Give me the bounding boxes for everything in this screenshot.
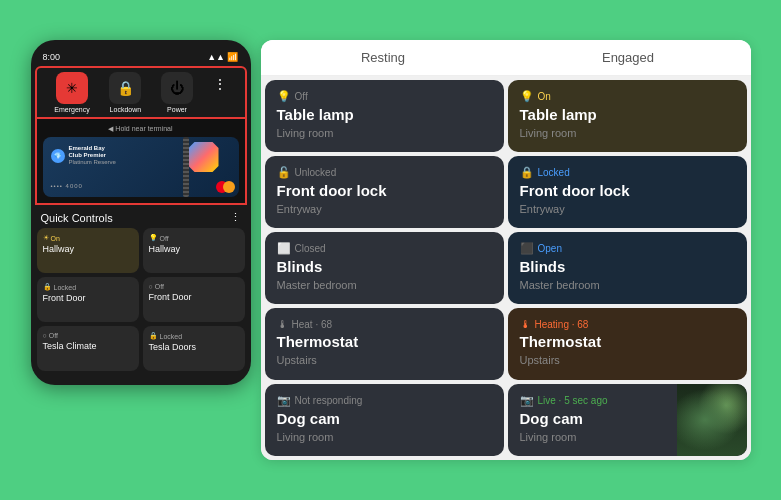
tile-resting-thermostat-location: Upstairs [277,354,492,366]
tile-engaged-thermostat-status: 🌡 Heating · 68 [520,318,735,330]
lockdown-icon: 🔒 [109,72,141,104]
tile-frontdoor-locked[interactable]: 🔒 Locked Front Door [37,277,139,322]
tile-resting-lamp-name: Table lamp [277,106,492,124]
lockdown-label: Lockdown [110,106,142,113]
tile-resting-blinds-location: Master bedroom [277,279,492,291]
hold-text: ◀ Hold near terminal [43,125,239,133]
tile-resting-lamp[interactable]: 💡 Off Table lamp Living room [265,80,504,152]
tile-engaged-thermostat-location: Upstairs [520,354,735,366]
card-bottom: •••• 4000 [51,183,231,189]
tile-hallway-on[interactable]: ☀ On Hallway [37,228,139,273]
power-icon: ⏻ [161,72,193,104]
emergency-icon: ✳ [56,72,88,104]
phone-device: 8:00 ▲▲ 📶 ✳ Emergency 🔒 Lockdown ⏻ Power… [31,40,251,385]
card-logo-icon: 💎 [51,149,65,163]
resting-header: Resting [261,40,506,75]
card-barcode [183,137,189,197]
tile-resting-thermostat-status: 🌡 Heat · 68 [277,318,492,330]
tile-resting-dogcam-name: Dog cam [277,410,492,428]
tile-engaged-dogcam[interactable]: 📷 Live · 5 sec ago Dog cam Living room [508,384,747,456]
tile-engaged-lamp-status: 💡 On [520,90,735,103]
tile-engaged-blinds-status: ⬛ Open [520,242,735,255]
tile-resting-lock-status: 🔓 Unlocked [277,166,492,179]
tile-tesla-doors[interactable]: 🔒 Locked Tesla Doors [143,326,245,371]
power-label: Power [167,106,187,113]
tile-resting-lock-name: Front door lock [277,182,492,200]
more-menu-button[interactable]: ⋮ [213,76,227,92]
tile-status-off3: ○ Off [43,332,133,339]
states-grid: 💡 Off Table lamp Living room 💡 On Table … [261,76,751,460]
tile-resting-lamp-status: 💡 Off [277,90,492,103]
tile-frontdoor-off[interactable]: ○ Off Front Door [143,277,245,322]
quick-controls-menu[interactable]: ⋮ [230,211,241,224]
tile-resting-lock[interactable]: 🔓 Unlocked Front door lock Entryway [265,156,504,228]
card-name: Emerald Bay Club Premier Platinum Reserv… [69,145,116,167]
tile-name-tesla-doors: Tesla Doors [149,342,239,352]
tile-name-frontdoor1: Front Door [43,293,133,303]
tile-resting-blinds-status: ⬜ Closed [277,242,492,255]
tile-resting-blinds[interactable]: ⬜ Closed Blinds Master bedroom [265,232,504,304]
phone-status-bar: 8:00 ▲▲ 📶 [31,48,251,66]
credit-card: 💎 Emerald Bay Club Premier Platinum Rese… [43,137,239,197]
tile-engaged-lock-location: Entryway [520,203,735,215]
emergency-button[interactable]: ✳ Emergency [54,72,89,113]
tile-engaged-lamp-name: Table lamp [520,106,735,124]
phone-time: 8:00 [43,52,61,62]
tile-engaged-blinds[interactable]: ⬛ Open Blinds Master bedroom [508,232,747,304]
tile-name-hallway1: Hallway [43,244,133,254]
phone-action-bar: ✳ Emergency 🔒 Lockdown ⏻ Power ⋮ [35,66,247,119]
tile-status-locked2: 🔒 Locked [149,332,239,340]
power-button[interactable]: ⏻ Power [161,72,193,113]
tile-engaged-blinds-location: Master bedroom [520,279,735,291]
card-area: ◀ Hold near terminal 💎 Emerald Bay Club … [35,119,247,205]
tile-engaged-thermostat-name: Thermostat [520,333,735,351]
tile-status-on: ☀ On [43,234,133,242]
tile-name-frontdoor2: Front Door [149,292,239,302]
tile-engaged-blinds-name: Blinds [520,258,735,276]
tile-status-locked1: 🔒 Locked [43,283,133,291]
tile-engaged-lamp-location: Living room [520,127,735,139]
tile-resting-dogcam-status: 📷 Not responding [277,394,492,407]
quick-controls-header: Quick Controls ⋮ [31,205,251,228]
panel-header: Resting Engaged [261,40,751,76]
tile-engaged-thermostat[interactable]: 🌡 Heating · 68 Thermostat Upstairs [508,308,747,380]
tile-name-hallway2: Hallway [149,244,239,254]
tile-resting-lamp-location: Living room [277,127,492,139]
lockdown-button[interactable]: 🔒 Lockdown [109,72,141,113]
tile-status-off2: ○ Off [149,283,239,290]
tile-resting-thermostat[interactable]: 🌡 Heat · 68 Thermostat Upstairs [265,308,504,380]
tile-engaged-lock-status: 🔒 Locked [520,166,735,179]
tile-resting-lock-location: Entryway [277,203,492,215]
tile-tesla-climate[interactable]: ○ Off Tesla Climate [37,326,139,371]
tile-resting-dogcam[interactable]: 📷 Not responding Dog cam Living room [265,384,504,456]
cam-thumb-image [677,384,747,456]
states-panel: Resting Engaged 💡 Off Table lamp Living … [261,40,751,460]
cam-thumbnail [677,384,747,456]
mastercard-logo [216,181,235,193]
emergency-label: Emergency [54,106,89,113]
tile-resting-thermostat-name: Thermostat [277,333,492,351]
tile-engaged-lock[interactable]: 🔒 Locked Front door lock Entryway [508,156,747,228]
controls-grid: ☀ On Hallway 💡 Off Hallway 🔒 Locked Fron… [31,228,251,377]
card-number: •••• 4000 [51,183,83,189]
tile-name-tesla-climate: Tesla Climate [43,341,133,351]
phone-icons: ▲▲ 📶 [207,52,238,62]
tile-hallway-off[interactable]: 💡 Off Hallway [143,228,245,273]
tile-resting-dogcam-location: Living room [277,431,492,443]
quick-controls-title: Quick Controls [41,212,113,224]
card-3d-graphic [189,142,219,172]
tile-status-off1: 💡 Off [149,234,239,242]
tile-engaged-lamp[interactable]: 💡 On Table lamp Living room [508,80,747,152]
engaged-header: Engaged [506,40,751,75]
tile-resting-blinds-name: Blinds [277,258,492,276]
tile-engaged-lock-name: Front door lock [520,182,735,200]
